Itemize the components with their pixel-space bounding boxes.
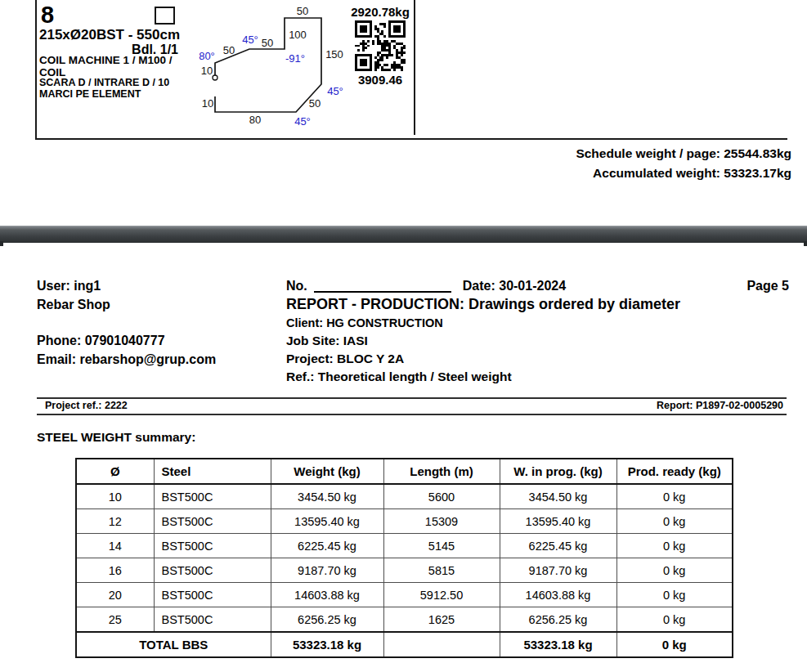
table-cell: 6256.25 kg (500, 607, 616, 633)
table-row: 20BST500C14603.88 kg5912.5014603.88 kg0 … (76, 583, 733, 607)
no-blank-underline (314, 279, 451, 293)
table-cell: 6256.25 kg (271, 607, 383, 633)
accumulated-weight-line: Accumulated weight: 53323.17kg (576, 164, 791, 183)
position-number: 8 (41, 2, 54, 29)
table-cell: BST500C (154, 534, 271, 558)
bend-angle-label: 45° (294, 115, 311, 128)
table-cell: 5145 (383, 534, 500, 558)
jobsite-line: Job Site: IASI (286, 334, 368, 348)
dimension-label: 80 (249, 114, 261, 126)
column-header: Ø (76, 459, 154, 484)
report-number-text: Report: P1897-02-0005290 (657, 400, 783, 411)
table-cell: 3454.50 kg (271, 484, 383, 509)
schedule-weight-line: Schedule weight / page: 25544.83kg (576, 144, 791, 164)
table-cell: 3454.50 kg (500, 484, 616, 509)
table-cell: 15309 (383, 509, 500, 534)
column-header: Prod. ready (kg) (616, 459, 733, 484)
total-cell: 53323.18 kg (271, 632, 383, 657)
total-cell: TOTAL BBS (76, 632, 271, 657)
table-cell: 6225.45 kg (500, 534, 616, 558)
email-line: Email: rebarshop@grup.com (37, 352, 216, 367)
page-edge-shadow-right (804, 241, 807, 246)
table-cell: 14 (76, 534, 154, 558)
bundle-weight-text: 2920.78kg (343, 5, 418, 19)
bend-angle-label: 45° (327, 85, 343, 97)
total-cell (383, 632, 500, 657)
table-cell: BST500C (154, 484, 271, 509)
table-cell: 12 (76, 509, 154, 534)
steel-weight-table: ØSteelWeight (kg)Length (m)W. in prog. (… (75, 458, 733, 658)
no-label: No. (286, 279, 307, 293)
bar-start-marker (213, 75, 217, 80)
table-cell: BST500C (154, 509, 271, 534)
table-cell: BST500C (154, 583, 271, 607)
company-line: Rebar Shop (37, 298, 110, 312)
table-cell: 9187.70 kg (500, 558, 616, 583)
bar-shape-diagram: 5010015045°5045°80101080°5045°50-91° (188, 0, 356, 131)
column-header: W. in prog. (kg) (500, 459, 616, 484)
page-edge-shadow-left (0, 241, 3, 246)
table-cell: 5600 (383, 484, 500, 509)
label-card-left-border (35, 0, 37, 138)
table-cell: 0 kg (616, 558, 733, 583)
summary-heading: STEEL WEIGHT summary: (37, 430, 195, 445)
project-ref-rule-top (37, 397, 787, 399)
phone-line: Phone: 07901040777 (37, 334, 165, 348)
table-cell: 13595.40 kg (271, 509, 383, 534)
table-cell: 13595.40 kg (500, 509, 616, 534)
table-cell: 1625 (383, 607, 500, 633)
table-cell: 0 kg (616, 484, 733, 509)
dimension-label: 10 (202, 97, 213, 110)
report-title: REPORT - PRODUCTION: Drawings ordered by… (286, 296, 680, 313)
bend-angle-label: 45° (242, 34, 258, 46)
table-row: 14BST500C6225.45 kg51456225.45 kg0 kg (76, 534, 733, 558)
table-row: 12BST500C13595.40 kg1530913595.40 kg0 kg (76, 509, 733, 534)
total-cell: 53323.18 kg (500, 632, 616, 657)
dimension-label: 100 (289, 29, 307, 41)
total-row: TOTAL BBS53323.18 kg53323.18 kg0 kg (76, 632, 733, 657)
table-cell: 9187.70 kg (271, 558, 383, 583)
dimension-label: 50 (262, 37, 273, 49)
table-cell: 16 (76, 558, 154, 583)
project-line: Project: BLOC Y 2A (286, 352, 404, 366)
column-header: Weight (kg) (271, 459, 383, 484)
bend-angle-label: 80° (199, 50, 215, 62)
table-cell: 0 kg (616, 509, 733, 534)
user-line: User: ing1 (37, 279, 101, 293)
project-ref-rule-bottom (37, 414, 787, 415)
table-cell: 25 (76, 607, 154, 633)
pdf-report-view: 8 215xØ20BST - 550cm Bdl. 1/1 COIL MACHI… (0, 0, 807, 672)
table-row: 10BST500C3454.50 kg56003454.50 kg0 kg (76, 484, 733, 509)
table-cell: BST500C (154, 558, 271, 583)
ref-line: Ref.: Theoretical length / Steel weight (286, 370, 512, 384)
dimension-label: 50 (223, 44, 235, 56)
dimension-label: 150 (325, 48, 343, 60)
barcode-number-text: 3909.46 (343, 73, 418, 87)
table-cell: 0 kg (616, 534, 733, 558)
dimension-label: 50 (309, 97, 321, 110)
qr-code (355, 20, 406, 71)
table-cell: 5815 (383, 558, 500, 583)
table-header-row: ØSteelWeight (kg)Length (m)W. in prog. (… (76, 459, 733, 484)
project-ref-text: Project ref.: 2222 (45, 400, 128, 411)
qr-block: 2920.78kg 3909.46 (343, 5, 418, 87)
dimension-label: 10 (201, 65, 213, 77)
table-cell: 10 (76, 484, 154, 509)
column-header: Length (m) (383, 459, 500, 484)
table-row: 16BST500C9187.70 kg58159187.70 kg0 kg (76, 558, 733, 583)
bundle-checkbox (155, 7, 175, 25)
page-number: Page 5 (746, 279, 789, 293)
table-cell: 0 kg (616, 607, 733, 633)
machine-text: COIL MACHINE 1 / M100 / COIL (39, 54, 173, 78)
table-cell: 20 (76, 583, 154, 607)
table-cell: BST500C (154, 607, 271, 633)
column-header: Steel (154, 459, 271, 484)
table-cell: 14603.88 kg (271, 583, 383, 607)
document-number-row: No. Date: 30-01-2024 (286, 279, 566, 293)
table-cell: 0 kg (616, 583, 733, 607)
label-row-bottom-rule (35, 138, 787, 140)
total-cell: 0 kg (616, 632, 733, 657)
table-cell: 6225.45 kg (271, 534, 383, 558)
bend-angle-label: -91° (285, 52, 305, 65)
page-weight-summary: Schedule weight / page: 25544.83kg Accum… (576, 144, 791, 183)
